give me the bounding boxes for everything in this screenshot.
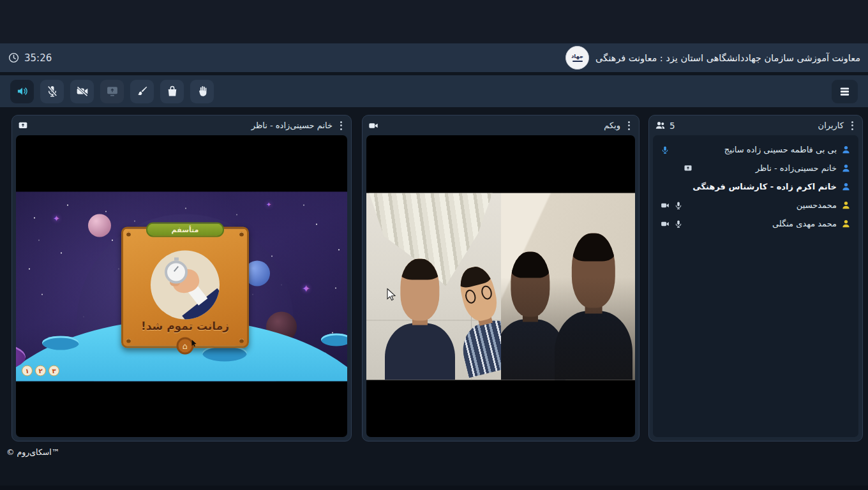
user-count: 5: [655, 120, 675, 131]
participant-video-boy3: [501, 249, 565, 380]
shared-video-scene: ✦ ✦ ✦ متأسفم: [16, 191, 347, 381]
shared-cursor-icon: [191, 339, 198, 348]
pink-planet: [88, 214, 111, 237]
screenshare-panel: خانم حسینی‌زاده - ناظر ✦ ✦ ✦: [11, 115, 352, 442]
webcam-feed-1: [366, 193, 501, 380]
speaker-icon: [16, 85, 29, 98]
whiteboard-button[interactable]: [130, 80, 154, 103]
room-title: معاونت آموزشی سازمان جهاددانشگاهی استان …: [595, 53, 860, 63]
camera-icon: [368, 121, 378, 131]
webcam-panel: وبکم: [362, 115, 640, 442]
screenshare-panel-header: خانم حسینی‌زاده - ناظر: [12, 115, 351, 135]
users-panel: 5 کاربران بی بی فاطمه حسینی زاده سانیج: [648, 115, 863, 442]
user-row[interactable]: خانم حسینی‌زاده - ناظر: [657, 159, 855, 177]
users-panel-title: کاربران: [818, 121, 844, 130]
top-band: [0, 0, 868, 43]
screen-share-icon: [684, 164, 692, 173]
camera-button[interactable]: [70, 80, 94, 103]
files-button[interactable]: [160, 80, 184, 103]
main-area: خانم حسینی‌زاده - ناظر ✦ ✦ ✦: [11, 115, 863, 442]
time-up-message: زمانت تموم شد!: [123, 319, 247, 332]
stopwatch-hand-illustration: [151, 250, 220, 319]
brush-icon: [136, 85, 149, 98]
user-name: بی بی فاطمه حسینی زاده سانیج: [724, 145, 837, 154]
screenshare-video: ✦ ✦ ✦ متأسفم: [16, 135, 347, 437]
sign-banner: متأسفم: [146, 222, 224, 237]
session-timer: 35:26: [8, 52, 52, 64]
camera-icon: [661, 201, 670, 210]
webcam-video: [366, 135, 635, 437]
users-panel-header: 5 کاربران: [649, 115, 862, 135]
person-icon: [841, 163, 851, 173]
hand-icon: [196, 85, 209, 98]
user-row[interactable]: خانم اکرم زاده - کارشناس فرهنگی: [657, 177, 855, 196]
skyroom-brand: ™اسکای‌روم ©: [6, 447, 59, 457]
bag-icon: [166, 85, 179, 98]
webcam-panel-menu[interactable]: [625, 119, 633, 132]
microphone-button[interactable]: [40, 80, 64, 103]
camera-off-icon: [76, 85, 89, 98]
person-icon: [841, 145, 851, 154]
clock-icon: [8, 52, 20, 64]
mic-active-icon: [661, 145, 670, 154]
wooden-sign: متأسفم زمانت تموم شد! ⌂: [121, 226, 249, 348]
people-icon: [655, 120, 666, 131]
screen-share-button[interactable]: [100, 80, 124, 103]
person-icon: [841, 200, 851, 210]
toolbar-buttons: [10, 80, 214, 103]
layout-menu-button[interactable]: [832, 80, 858, 103]
person-icon: [841, 219, 851, 228]
user-row[interactable]: محمد مهدی منگلی: [657, 214, 855, 233]
user-name: محمدحسین: [797, 200, 837, 210]
person-icon: [841, 182, 851, 191]
user-name: محمد مهدی منگلی: [772, 219, 837, 228]
user-name: خانم حسینی‌زاده - ناظر: [756, 163, 837, 173]
user-row[interactable]: بی بی فاطمه حسینی زاده سانیج: [657, 140, 855, 159]
users-panel-menu[interactable]: [848, 119, 857, 132]
timer-value: 35:26: [24, 52, 52, 64]
webcam-panel-header: وبکم: [363, 115, 639, 135]
screenshare-panel-title: خانم حسینی‌زاده - ناظر: [251, 121, 333, 130]
organization-logo: جهاد: [565, 46, 589, 70]
mic-off-icon: [46, 85, 59, 98]
toolbar: [0, 75, 868, 107]
user-name: خانم اکرم زاده - کارشناس فرهنگی: [692, 182, 837, 191]
bottom-strip: [0, 486, 868, 490]
speaker-button[interactable]: [10, 80, 34, 103]
list-menu-icon: [838, 85, 851, 98]
mic-icon: [674, 219, 683, 228]
raise-hand-button[interactable]: [190, 80, 214, 103]
question-number-badges: ۱ ۲ ۳: [22, 365, 59, 376]
webcam-feed-2: [501, 193, 636, 380]
user-row[interactable]: محمدحسین: [657, 196, 855, 214]
app-header: 35:26 معاونت آموزشی سازمان جهاددانشگاهی …: [0, 43, 868, 72]
screenshare-panel-menu[interactable]: [337, 119, 345, 132]
mouse-cursor: [387, 288, 398, 302]
screen-share-icon: [18, 121, 28, 131]
user-count-value: 5: [670, 121, 675, 131]
users-list: بی بی فاطمه حسینی زاده سانیج خانم حسینی‌…: [653, 135, 858, 437]
mic-icon: [674, 201, 683, 210]
webcam-panel-title: وبکم: [604, 121, 620, 130]
camera-icon: [661, 219, 670, 228]
screen-share-icon: [106, 85, 119, 98]
participant-video-boy4: [555, 230, 632, 380]
